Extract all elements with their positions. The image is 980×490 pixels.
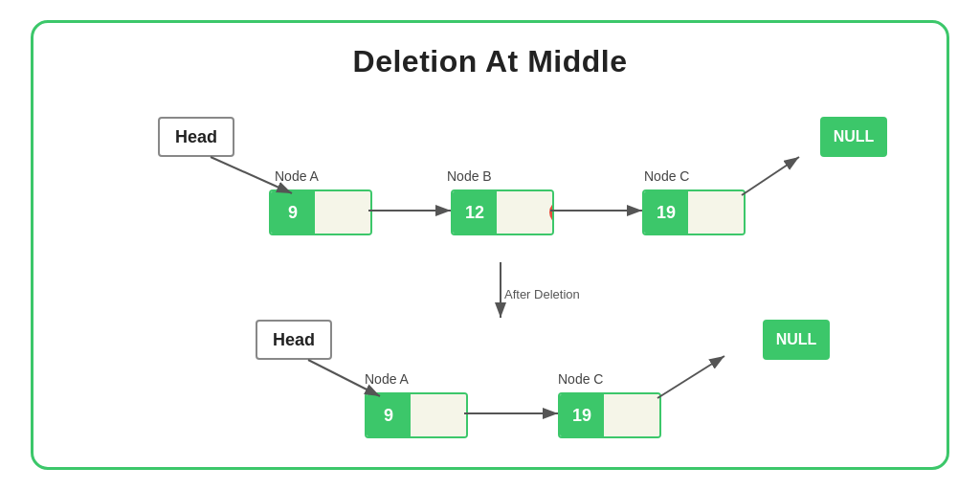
top-node-a-ptr bbox=[315, 191, 370, 234]
top-node-a: 9 bbox=[269, 189, 372, 235]
outer-card: Deletion At Middle Head NULL Node A Node… bbox=[31, 20, 949, 470]
bottom-node-c: 19 bbox=[558, 392, 661, 438]
svg-line-9 bbox=[657, 356, 724, 398]
top-head-label: Head bbox=[175, 127, 217, 147]
top-node-b: 12 ✕ bbox=[451, 189, 554, 235]
bottom-head-label: Head bbox=[273, 330, 315, 350]
diagram-area: Head NULL Node A Node B Node C 9 12 ✕ 19 bbox=[33, 90, 947, 454]
top-node-c-val: 19 bbox=[644, 191, 688, 234]
top-head-box: Head bbox=[158, 117, 234, 157]
bottom-node-c-ptr bbox=[604, 394, 659, 436]
top-null-label: NULL bbox=[834, 128, 875, 145]
page-title: Deletion At Middle bbox=[33, 23, 947, 79]
after-deletion-label: After Deletion bbox=[504, 287, 580, 301]
top-node-c-ptr bbox=[688, 191, 744, 234]
bottom-node-c-val: 19 bbox=[560, 394, 604, 436]
bottom-null-label: NULL bbox=[776, 331, 817, 348]
bottom-node-c-label: Node C bbox=[558, 371, 603, 387]
bottom-null-box: NULL bbox=[763, 320, 830, 360]
top-node-b-label: Node B bbox=[447, 168, 492, 184]
bottom-node-a-val: 9 bbox=[367, 394, 411, 436]
top-node-b-val: 12 bbox=[453, 191, 497, 234]
top-node-c-label: Node C bbox=[644, 168, 689, 184]
top-null-box: NULL bbox=[820, 117, 887, 157]
bottom-node-a-label: Node A bbox=[365, 371, 409, 387]
svg-line-5 bbox=[742, 157, 799, 195]
bottom-head-box: Head bbox=[256, 320, 332, 360]
top-node-a-val: 9 bbox=[271, 191, 315, 234]
delete-icon[interactable]: ✕ bbox=[549, 200, 554, 225]
bottom-node-a: 9 bbox=[365, 392, 468, 438]
bottom-node-a-ptr bbox=[411, 394, 466, 436]
top-node-c: 19 bbox=[642, 189, 746, 235]
top-node-a-label: Node A bbox=[275, 168, 319, 184]
top-node-b-ptr: ✕ bbox=[497, 191, 552, 234]
